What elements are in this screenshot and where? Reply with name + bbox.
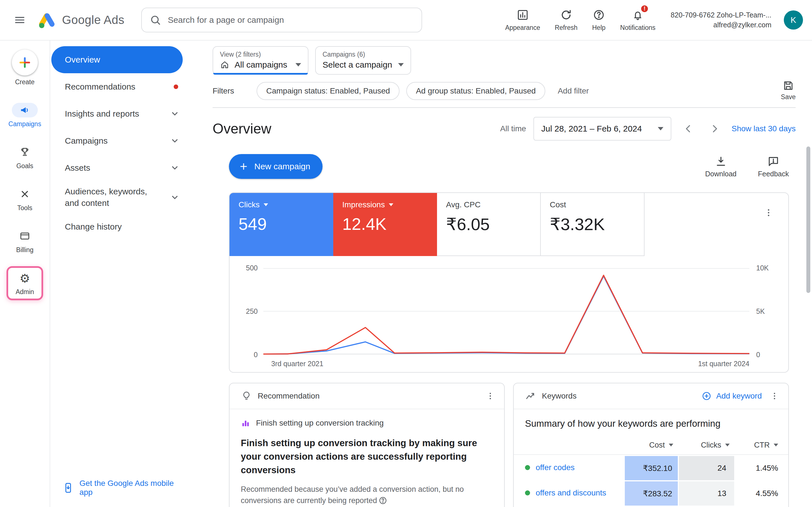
recommendations-alert-dot <box>174 84 178 89</box>
google-ads-logo-icon <box>37 11 56 29</box>
rail-admin[interactable]: ⚙︎ Admin <box>15 272 34 296</box>
add-keyword-button[interactable]: Add keyword <box>702 391 762 401</box>
feedback-button[interactable]: Feedback <box>758 155 789 178</box>
keyword-link[interactable]: offers and discounts <box>536 489 606 497</box>
rail-create-button[interactable]: Create <box>12 50 38 86</box>
scope-selectors: View (2 filters) All campaigns Campaigns… <box>213 46 796 75</box>
rail-goals[interactable]: Goals <box>12 145 38 170</box>
card-title: Keywords <box>542 392 576 400</box>
goals-trophy-icon <box>19 147 31 158</box>
account-info: 820-709-6762 Zoho-LP-Team-... alfred@zyl… <box>671 10 771 30</box>
nav-change-history[interactable]: Change history <box>50 213 188 240</box>
sort-caret-icon <box>774 444 778 446</box>
clicks-cell: 13 <box>678 480 734 506</box>
global-search[interactable] <box>141 8 422 33</box>
page-title: Overview <box>213 121 271 137</box>
download-button[interactable]: Download <box>705 155 737 178</box>
y-axis-tick: 0 <box>230 351 258 359</box>
tools-icon <box>19 188 31 200</box>
mini-cards-row: Recommendation Finish setting up convers… <box>229 383 789 507</box>
icon-rail: Create Campaigns Goals Tools Billing ⚙︎ … <box>0 41 50 507</box>
keyword-link[interactable]: offer codes <box>536 463 574 472</box>
account-id: 820-709-6762 Zoho-LP-Team-... <box>671 10 771 20</box>
column-header-clicks[interactable]: Clicks <box>678 436 734 454</box>
chevron-down-icon <box>171 195 178 200</box>
date-range-picker[interactable]: Jul 28, 2021 – Feb 6, 2024 <box>534 117 671 140</box>
metric-tile-cost[interactable]: Cost ₹3.32K <box>541 193 645 256</box>
y-axis-tick: 500 <box>230 264 258 272</box>
help-circle-icon[interactable] <box>378 496 387 505</box>
nav-campaigns[interactable]: Campaigns <box>50 127 188 154</box>
chevron-left-icon <box>682 122 695 135</box>
scrollbar-thumb[interactable] <box>806 147 810 293</box>
secondary-nav: Overview Recommendations Insights and re… <box>50 41 188 507</box>
plus-icon <box>239 162 248 171</box>
next-period-button[interactable] <box>705 119 724 138</box>
page-header: Overview All time Jul 28, 2021 – Feb 6, … <box>213 117 796 140</box>
metric-caret-icon[interactable] <box>264 203 268 206</box>
column-header-cost[interactable]: Cost <box>624 436 678 454</box>
rail-tools[interactable]: Tools <box>12 187 38 212</box>
divider <box>213 107 796 108</box>
metric-tile-impressions[interactable]: Impressions 12.4K <box>333 193 437 256</box>
search-icon <box>150 14 161 25</box>
admin-gear-icon: ⚙︎ <box>19 272 30 285</box>
refresh-button[interactable]: Refresh <box>550 9 583 32</box>
add-filter-button[interactable]: Add filter <box>558 87 589 96</box>
nav-recommendations[interactable]: Recommendations <box>50 73 188 100</box>
search-input[interactable] <box>168 15 414 25</box>
column-header-ctr[interactable]: CTR <box>734 436 788 454</box>
show-last-30-days-link[interactable]: Show last 30 days <box>732 124 796 133</box>
performance-card-menu[interactable] <box>763 208 774 218</box>
filter-chip-adgroup-status[interactable]: Ad group status: Enabled, Paused <box>406 82 545 100</box>
status-dot-enabled <box>525 465 530 470</box>
google-ads-logo[interactable]: Google Ads <box>37 11 124 29</box>
recommendation-card-menu[interactable] <box>486 391 495 401</box>
metric-tiles: Clicks 549 Impressions 12.4K Avg. CPC ₹6… <box>230 193 788 256</box>
chevron-right-icon <box>709 122 721 135</box>
metric-caret-icon[interactable] <box>389 203 393 206</box>
account-email: alfred@zylker.com <box>671 20 771 30</box>
campaign-selector[interactable]: Campaigns (6) Select a campaign <box>315 46 411 75</box>
top-bar: Google Ads Appearance Refresh Help ! <box>0 0 812 41</box>
refresh-icon <box>560 9 572 21</box>
y-axis-tick: 250 <box>230 307 258 316</box>
rail-billing[interactable]: Billing <box>12 229 38 254</box>
notifications-button[interactable]: ! Notifications <box>615 9 661 32</box>
new-campaign-button[interactable]: New campaign <box>229 154 322 179</box>
create-plus-icon <box>12 50 38 75</box>
admin-highlight-annotation: ⚙︎ Admin <box>6 266 43 300</box>
appearance-button[interactable]: Appearance <box>500 9 545 32</box>
campaigns-megaphone-icon <box>19 105 31 116</box>
ctr-cell: 4.55% <box>734 480 788 506</box>
nav-overview[interactable]: Overview <box>51 46 183 73</box>
mobile-phone-icon <box>63 482 74 494</box>
chevron-down-icon <box>171 138 178 143</box>
cost-cell: ₹352.10 <box>624 455 678 480</box>
dropdown-caret-icon <box>398 63 404 66</box>
recommendation-body: Recommended because you’ve added a conve… <box>241 484 496 506</box>
view-selector[interactable]: View (2 filters) All campaigns <box>213 46 308 75</box>
mobile-app-link[interactable]: Get the Google Ads mobile app <box>63 479 188 497</box>
nav-audiences-keywords-content[interactable]: Audiences, keywords, and content <box>50 181 188 213</box>
help-button[interactable]: Help <box>587 9 610 32</box>
filter-chip-campaign-status[interactable]: Campaign status: Enabled, Paused <box>257 82 400 100</box>
more-vertical-icon <box>770 391 779 401</box>
keywords-card-menu[interactable] <box>770 391 779 401</box>
previous-period-button[interactable] <box>679 119 698 138</box>
metric-tile-clicks[interactable]: Clicks 549 <box>230 193 333 256</box>
main-menu-button[interactable] <box>8 8 32 32</box>
nav-assets[interactable]: Assets <box>50 154 188 181</box>
help-icon <box>593 9 605 21</box>
performance-chart-area: 500 250 0 10K 5K 0 3rd quarter 2021 1st … <box>230 256 788 372</box>
save-button[interactable]: Save <box>781 80 796 101</box>
performance-card: Clicks 549 Impressions 12.4K Avg. CPC ₹6… <box>229 192 789 373</box>
clicks-cell: 24 <box>678 455 734 480</box>
rail-campaigns[interactable]: Campaigns <box>8 103 41 128</box>
page-scrollbar <box>805 41 812 507</box>
nav-insights-and-reports[interactable]: Insights and reports <box>50 100 188 127</box>
avatar[interactable]: K <box>784 10 803 30</box>
filters-row: Filters Campaign status: Enabled, Paused… <box>213 82 796 100</box>
metric-tile-avg-cpc[interactable]: Avg. CPC ₹6.05 <box>437 193 541 256</box>
dropdown-caret-icon <box>658 127 663 130</box>
